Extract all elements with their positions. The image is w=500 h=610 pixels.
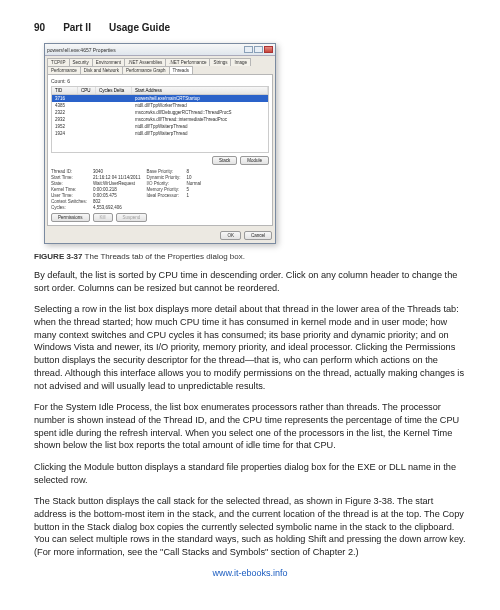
col-cpu[interactable]: CPU [78,87,96,94]
detail-value: 10 [187,175,202,180]
page-number: 90 [34,22,45,33]
thread-list[interactable]: 3716powershell.exe!mainCRTStartup4385ntd… [51,95,269,153]
count-label: Count: [51,78,66,84]
list-header[interactable]: TID CPU Cycles Delta Start Address [51,86,269,95]
detail-value: 4,553,692,406 [93,205,141,210]
detail-label: Dynamic Priority: [147,175,181,180]
tab-image[interactable]: Image [230,58,251,66]
suspend-button[interactable]: Suspend [116,213,148,222]
col-tid[interactable]: TID [52,87,78,94]
tab-strip: TCP/IP Security Environment .NET Assembl… [45,56,275,74]
table-row[interactable]: 2932mscorwks.dll!Thread::intermediateThr… [52,116,268,123]
detail-value: Wait:WrUserRequest [93,181,141,186]
tab-performance-graph[interactable]: Performance Graph [122,66,170,74]
detail-value: 0:00:00.218 [93,187,141,192]
table-row[interactable]: 1952ntdll.dll!TppWaiterpThread [52,123,268,130]
thread-detail: Thread ID:Start Time:State:Kernel Time:U… [51,169,269,210]
ok-button[interactable]: OK [220,231,241,240]
module-button[interactable]: Module [240,156,269,165]
detail-label: I/O Priority: [147,181,181,186]
detail-label: Thread ID: [51,169,87,174]
detail-label: State: [51,181,87,186]
detail-label: Base Priority: [147,169,181,174]
tab-threads[interactable]: Threads [169,66,194,74]
header-part: Part II [63,22,91,33]
body-paragraph: Clicking the Module button displays a st… [34,461,466,486]
body-paragraph: The Stack button displays the call stack… [34,495,466,558]
maximize-icon[interactable] [254,46,263,53]
minimize-icon[interactable] [244,46,253,53]
figure-caption: FIGURE 3-37 The Threads tab of the Prope… [34,252,466,261]
tab-net-performance[interactable]: .NET Performance [165,58,210,66]
body-paragraph: Selecting a row in the list box displays… [34,303,466,392]
detail-value: 5 [187,187,202,192]
detail-label: Memory Priority: [147,187,181,192]
stack-button[interactable]: Stack [212,156,237,165]
detail-label: Kernel Time: [51,187,87,192]
caption-text: The Threads tab of the Properties dialog… [85,252,245,261]
tab-strings[interactable]: Strings [209,58,231,66]
count-value: 6 [67,78,70,84]
detail-value: 3040 [93,169,141,174]
detail-value: 8 [187,169,202,174]
detail-value: 21:16:12 04 11/14/2011 [93,175,141,180]
table-row[interactable]: 2322mscorwks.dll!DebuggerRCThread::Threa… [52,109,268,116]
tab-net-assemblies[interactable]: .NET Assemblies [124,58,166,66]
col-start-address[interactable]: Start Address [132,87,268,94]
threads-panel: Count: 6 TID CPU Cycles Delta Start Addr… [47,74,273,226]
thread-count: Count: 6 [51,78,269,84]
title-bar[interactable]: powers!ell.exe:4657 Properties [45,44,275,56]
permissions-button[interactable]: Permissions [51,213,90,222]
table-row[interactable]: 3716powershell.exe!mainCRTStartup [52,95,268,102]
figure-dialog: powers!ell.exe:4657 Properties TCP/IP Se… [44,43,466,244]
table-row[interactable]: 4385ntdll.dll!TppWorkerThread [52,102,268,109]
detail-value: 0:00:05.475 [93,193,141,198]
body-paragraph: For the System Idle Process, the list bo… [34,401,466,452]
tab-security[interactable]: Security [69,58,93,66]
detail-label: Ideal Processor: [147,193,181,198]
page-header: 90 Part II Usage Guide [34,22,466,33]
tab-environment[interactable]: Environment [92,58,125,66]
tab-performance[interactable]: Performance [47,66,81,74]
footer-link[interactable]: www.it-ebooks.info [34,568,466,578]
properties-dialog: powers!ell.exe:4657 Properties TCP/IP Se… [44,43,276,244]
table-row[interactable]: 1924ntdll.dll!TppWaiterpThread [52,130,268,137]
detail-value: Normal [187,181,202,186]
detail-value: 802 [93,199,141,204]
detail-label: Context Switches: [51,199,87,204]
col-cycles-delta[interactable]: Cycles Delta [96,87,132,94]
detail-value: 1 [187,193,202,198]
cancel-button[interactable]: Cancel [244,231,272,240]
detail-label: User Time: [51,193,87,198]
window-title: powers!ell.exe:4657 Properties [47,47,116,53]
tab-tcpip[interactable]: TCP/IP [47,58,70,66]
kill-button[interactable]: Kill [93,213,113,222]
dialog-footer: OK Cancel [45,228,275,243]
tab-disk-network[interactable]: Disk and Network [80,66,123,74]
body-paragraph: By default, the list is sorted by CPU ti… [34,269,466,294]
close-icon[interactable] [264,46,273,53]
header-section: Usage Guide [109,22,170,33]
detail-label: Start Time: [51,175,87,180]
detail-label: Cycles: [51,205,87,210]
caption-label: FIGURE 3-37 [34,252,82,261]
